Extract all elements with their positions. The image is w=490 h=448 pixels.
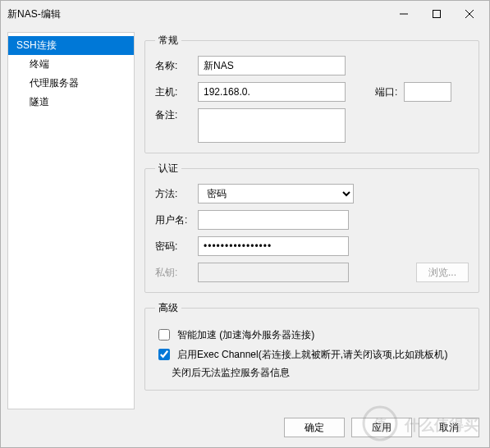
privkey-label: 私钥: bbox=[155, 266, 191, 280]
sidebar: SSH连接 终端 代理服务器 隧道 bbox=[7, 32, 135, 409]
dialog-window: 新NAS-编辑 SSH连接 终端 代理服务器 隧道 常规 名称: 主机: bbox=[0, 0, 490, 448]
smart-accel-label: 智能加速 (加速海外服务器连接) bbox=[177, 328, 314, 342]
minimize-button[interactable] bbox=[387, 2, 420, 25]
exec-channel-row[interactable]: 启用Exec Channel(若连接上就被断开,请关闭该项,比如跳板机) bbox=[155, 346, 469, 363]
method-label: 方法: bbox=[155, 187, 191, 201]
auth-legend: 认证 bbox=[155, 162, 181, 176]
password-input[interactable] bbox=[198, 236, 349, 256]
sidebar-item-ssh[interactable]: SSH连接 bbox=[8, 36, 134, 55]
general-group: 常规 名称: 主机: 端口: 备注: bbox=[144, 34, 479, 153]
name-input[interactable] bbox=[198, 56, 346, 75]
exec-channel-label: 启用Exec Channel(若连接上就被断开,请关闭该项,比如跳板机) bbox=[177, 348, 447, 362]
apply-button[interactable]: 应用 bbox=[351, 418, 412, 437]
close-button[interactable] bbox=[453, 2, 486, 25]
window-title: 新NAS-编辑 bbox=[7, 7, 387, 21]
password-label: 密码: bbox=[155, 240, 191, 254]
advanced-legend: 高级 bbox=[155, 301, 181, 315]
port-input[interactable] bbox=[404, 82, 451, 102]
auth-group: 认证 方法: 密码 用户名: 密码: 私钥: bbox=[144, 162, 479, 293]
sidebar-item-tunnel[interactable]: 隧道 bbox=[8, 93, 134, 112]
port-label: 端口: bbox=[375, 85, 397, 99]
exec-channel-hint: 关闭后无法监控服务器信息 bbox=[172, 366, 469, 380]
sidebar-item-terminal[interactable]: 终端 bbox=[8, 55, 134, 74]
general-legend: 常规 bbox=[155, 34, 181, 48]
privkey-input bbox=[198, 263, 349, 282]
method-select[interactable]: 密码 bbox=[198, 184, 354, 203]
advanced-group: 高级 智能加速 (加速海外服务器连接) 启用Exec Channel(若连接上就… bbox=[144, 301, 479, 391]
maximize-button[interactable] bbox=[420, 2, 453, 25]
cancel-button[interactable]: 取消 bbox=[419, 418, 479, 437]
note-input[interactable] bbox=[198, 108, 346, 143]
ok-button[interactable]: 确定 bbox=[284, 418, 345, 437]
dialog-footer: 确定 应用 取消 bbox=[1, 409, 489, 447]
sidebar-item-proxy[interactable]: 代理服务器 bbox=[8, 74, 134, 93]
host-label: 主机: bbox=[155, 85, 191, 99]
host-input[interactable] bbox=[198, 82, 346, 102]
smart-accel-row[interactable]: 智能加速 (加速海外服务器连接) bbox=[155, 327, 469, 343]
exec-channel-checkbox[interactable] bbox=[158, 349, 170, 360]
titlebar: 新NAS-编辑 bbox=[1, 1, 489, 27]
svg-rect-1 bbox=[433, 11, 441, 18]
user-label: 用户名: bbox=[155, 213, 191, 227]
name-label: 名称: bbox=[155, 59, 191, 73]
smart-accel-checkbox[interactable] bbox=[158, 329, 170, 341]
note-label: 备注: bbox=[155, 108, 191, 122]
browse-button: 浏览... bbox=[416, 263, 469, 282]
user-input[interactable] bbox=[198, 210, 349, 230]
